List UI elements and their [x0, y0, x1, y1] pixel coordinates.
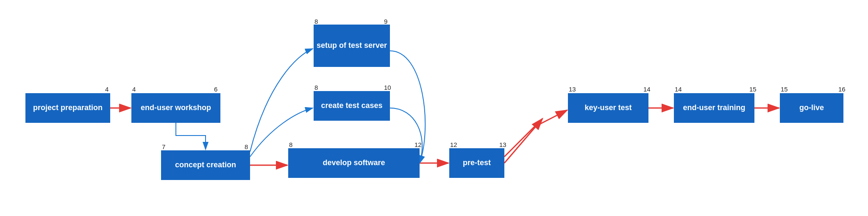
node-project-preparation: project preparation: [25, 93, 110, 123]
node-develop-software: develop software: [288, 148, 420, 178]
num-eut-right: 15: [749, 86, 757, 93]
num-ctc-left: 8: [314, 84, 318, 91]
num-ds-right: 12: [415, 141, 422, 148]
node-key-user-test: key-user test: [568, 93, 648, 123]
num-kut-left: 13: [569, 86, 576, 93]
num-project-prep-right: 4: [105, 86, 108, 93]
num-ctc-right: 10: [384, 84, 391, 91]
svg-line-5: [504, 119, 542, 163]
node-create-test-cases-label: create test cases: [321, 101, 382, 111]
node-end-user-workshop-label: end-user workshop: [141, 103, 211, 113]
num-kut-right: 14: [643, 86, 651, 93]
num-gl-right: 16: [838, 86, 846, 93]
num-sts-right: 9: [384, 18, 387, 25]
node-pre-test-label: pre-test: [463, 158, 491, 168]
num-eut-left: 14: [675, 86, 682, 93]
node-go-live: go-live: [780, 93, 843, 123]
node-concept-creation: concept creation: [161, 150, 250, 180]
node-create-test-cases: create test cases: [314, 91, 390, 121]
num-euw-right: 6: [214, 86, 217, 93]
diagram-container: 4 project preparation 4 6 end-user works…: [0, 0, 868, 216]
node-setup-test-server: setup of test server: [314, 25, 390, 67]
num-gl-left: 15: [781, 86, 788, 93]
node-concept-creation-label: concept creation: [175, 160, 236, 170]
node-setup-test-server-label: setup of test server: [317, 41, 387, 50]
num-cc-left: 7: [162, 143, 165, 150]
node-go-live-label: go-live: [799, 103, 824, 113]
num-cc-right: 8: [245, 143, 248, 150]
num-sts-left: 8: [314, 18, 318, 25]
node-end-user-training-label: end-user training: [683, 103, 745, 113]
node-pre-test: pre-test: [449, 148, 504, 178]
node-key-user-test-label: key-user test: [584, 103, 632, 113]
node-end-user-training: end-user training: [674, 93, 754, 123]
node-end-user-workshop: end-user workshop: [131, 93, 220, 123]
node-develop-software-label: develop software: [323, 158, 385, 168]
node-project-preparation-label: project preparation: [33, 103, 103, 113]
num-ds-left: 8: [289, 141, 292, 148]
num-euw-left: 4: [132, 86, 136, 93]
num-pt-left: 12: [450, 141, 457, 148]
num-pt-right: 13: [499, 141, 506, 148]
